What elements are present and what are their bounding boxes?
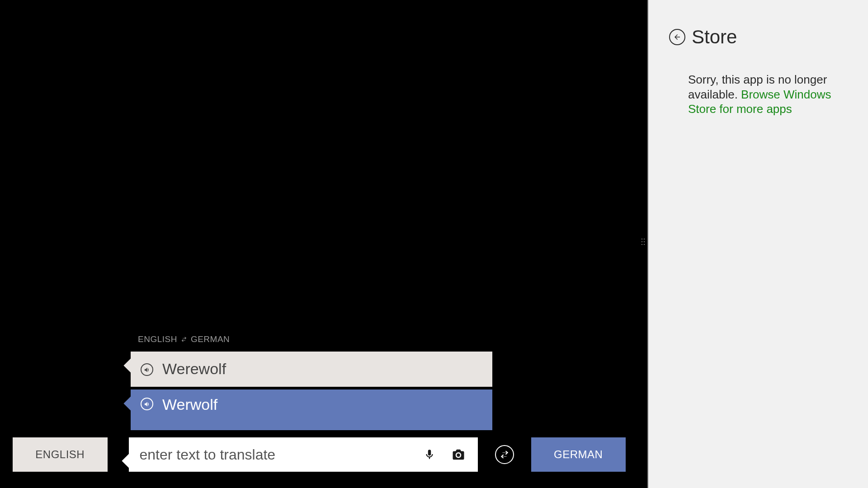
microphone-icon[interactable]: [424, 447, 435, 462]
camera-icon[interactable]: [450, 448, 467, 461]
arrow-left-icon: [673, 33, 681, 41]
speak-target-button[interactable]: [141, 398, 153, 410]
input-placeholder: enter text to translate: [140, 446, 419, 463]
speaker-icon: [144, 366, 151, 373]
target-text: Werwolf: [162, 396, 217, 413]
translation-direction: ENGLISH GERMAN: [138, 334, 230, 344]
store-message: Sorry, this app is no longer available. …: [688, 72, 837, 117]
source-translation-row: Werewolf: [126, 352, 492, 387]
source-bubble[interactable]: Werewolf: [131, 352, 492, 387]
source-text: Werewolf: [162, 360, 226, 378]
swap-arrows-icon: [181, 336, 187, 343]
target-translation-row: Werwolf: [126, 389, 492, 430]
input-bar: ENGLISH enter text to translate GERMAN: [13, 437, 626, 472]
drag-handle-icon: [642, 239, 645, 249]
source-language-button[interactable]: ENGLISH: [13, 437, 108, 472]
store-title: Store: [692, 26, 737, 48]
store-header: Store: [669, 26, 846, 48]
speak-source-button[interactable]: [141, 363, 153, 376]
translate-input[interactable]: enter text to translate: [129, 437, 478, 472]
direction-to: GERMAN: [191, 334, 230, 344]
target-language-button[interactable]: GERMAN: [531, 437, 626, 472]
pane-splitter[interactable]: [638, 0, 648, 488]
speaker-icon: [144, 401, 151, 408]
input-wrap: enter text to translate: [124, 437, 478, 472]
swap-icon: [500, 450, 509, 460]
translator-pane: ENGLISH GERMAN Werewolf Werwolf ENGLISH: [0, 0, 638, 488]
splitter-edge: [647, 0, 648, 488]
target-language-label: GERMAN: [554, 448, 603, 461]
target-bubble[interactable]: Werwolf: [131, 389, 492, 430]
direction-from: ENGLISH: [138, 334, 177, 344]
swap-languages-button[interactable]: [495, 445, 514, 464]
source-language-label: ENGLISH: [35, 448, 85, 461]
back-button[interactable]: [669, 29, 685, 45]
store-pane: Store Sorry, this app is no longer avail…: [648, 0, 868, 488]
